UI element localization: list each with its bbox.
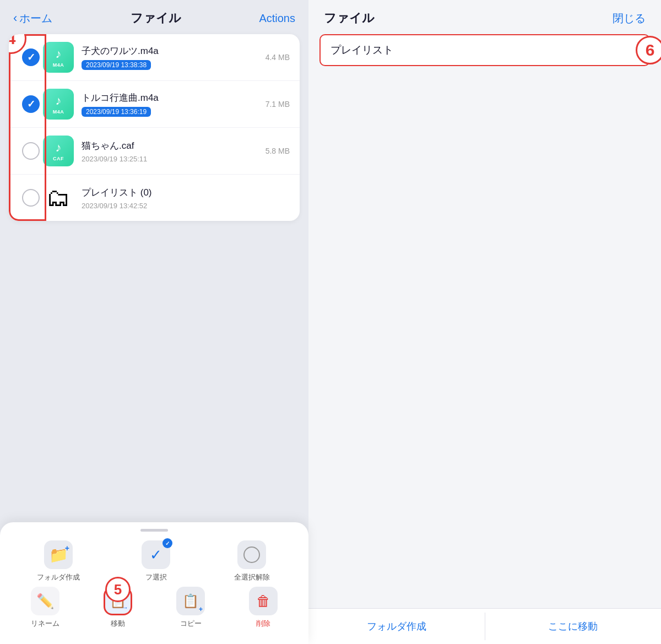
toolbar-row-2: ✏️ リネーム 5 📋 → 移動 📋 + [0, 587, 308, 629]
left-header: ‹ ホーム ファイル Actions [0, 0, 308, 34]
right-title: ファイル [324, 10, 375, 26]
move-label: 移動 [111, 619, 125, 629]
file-meta-1: 2023/09/19 13:38:38 [82, 60, 266, 70]
deselect-all-label: 全選択解除 [234, 572, 270, 582]
file-date-badge-2: 2023/09/19 13:36:19 [82, 107, 151, 117]
delete-label: 削除 [256, 619, 270, 629]
file-type-label: CAF [53, 156, 64, 161]
right-panel: ファイル 閉じる プレイリスト 6 フォルダ作成 ここに移動 [308, 0, 661, 644]
trash-icon: 🗑 [256, 593, 270, 610]
file-name-3: 猫ちゃん.caf [82, 139, 266, 152]
file-info-3: 猫ちゃん.caf 2023/09/19 13:25:11 [82, 139, 266, 163]
file-size-1: 4.4 MB [266, 53, 290, 62]
playlist-input-text: プレイリスト [330, 43, 393, 57]
close-button[interactable]: 閉じる [613, 11, 646, 26]
step-badge-6: 6 [636, 36, 661, 64]
create-folder-icon-box: 📁 + [44, 540, 73, 569]
right-header: ファイル 閉じる [308, 0, 661, 34]
file-info-2: トルコ行進曲.m4a 2023/09/19 13:36:19 [82, 91, 266, 117]
bottom-sheet: 📁 + フォルダ作成 ✓ ✓ フ選択 全選択解除 [0, 522, 308, 644]
file-date-plain-4: 2023/09/19 13:42:52 [82, 202, 147, 210]
arrow-icon: → [122, 604, 128, 611]
right-content: プレイリスト 6 [308, 34, 661, 608]
file-info-4: プレイリスト (0) 2023/09/19 13:42:52 [82, 186, 290, 210]
checkbox-1[interactable] [19, 48, 43, 66]
unchecked-icon[interactable] [22, 189, 40, 207]
back-button[interactable]: ‹ ホーム [13, 11, 52, 26]
music-note-icon: ♪ [56, 94, 62, 108]
toolbar-delete[interactable]: 🗑 削除 [243, 587, 283, 629]
toolbar-create-folder[interactable]: 📁 + フォルダ作成 [37, 540, 80, 582]
music-note-icon: ♪ [56, 47, 62, 61]
circle-icon [243, 546, 260, 563]
file-type-label: M4A [53, 62, 64, 68]
toolbar-select-all[interactable]: ✓ ✓ フ選択 [136, 540, 176, 582]
toolbar-move[interactable]: 5 📋 → 移動 [98, 587, 138, 629]
file-meta-4: 2023/09/19 13:42:52 [82, 202, 290, 210]
toolbar-row-1: 📁 + フォルダ作成 ✓ ✓ フ選択 全選択解除 [0, 540, 308, 582]
file-icon-caf: ♪ CAF [43, 136, 74, 166]
copy-icon-box: 📋 + [176, 587, 205, 615]
right-footer: フォルダ作成 ここに移動 [308, 608, 661, 644]
file-size-2: 7.1 MB [266, 100, 290, 109]
unchecked-icon[interactable] [22, 142, 40, 160]
checkmark-icon: ✓ [150, 546, 162, 564]
select-all-icon-box: ✓ ✓ [142, 540, 170, 569]
rename-label: リネーム [31, 619, 59, 629]
sheet-handle [140, 529, 168, 532]
file-type-label: M4A [53, 109, 64, 115]
toolbar-rename[interactable]: ✏️ リネーム [25, 587, 65, 629]
checked-icon[interactable] [22, 95, 40, 113]
move-here-button[interactable]: ここに移動 [485, 609, 662, 644]
toolbar-copy[interactable]: 📋 + コピー [171, 587, 210, 629]
left-title: ファイル [131, 10, 181, 26]
file-icon-m4a-1: ♪ M4A [43, 42, 74, 73]
copy-icon: 📋 [182, 593, 199, 609]
deselect-all-icon-box [237, 540, 266, 569]
plus-icon: + [65, 544, 69, 553]
create-folder-button[interactable]: フォルダ作成 [308, 609, 485, 644]
music-note-icon: ♪ [56, 140, 62, 155]
file-list: 4 ♪ M4A 子犬のワルツ.m4a 2023/09/19 13:38:38 4… [9, 34, 300, 221]
checked-icon[interactable] [22, 48, 40, 66]
left-panel: ‹ ホーム ファイル Actions 4 ♪ M4A 子犬のワルツ.m4a 20… [0, 0, 308, 644]
playlist-input-container: プレイリスト 6 [319, 34, 650, 66]
check-badge: ✓ [162, 538, 172, 548]
file-icon-m4a-2: ♪ M4A [43, 89, 74, 120]
file-date-badge-1: 2023/09/19 13:38:38 [82, 60, 151, 70]
back-label: ホーム [19, 11, 52, 26]
file-size-3: 5.8 MB [266, 147, 290, 155]
file-meta-3: 2023/09/19 13:25:11 [82, 155, 266, 163]
file-date-plain-3: 2023/09/19 13:25:11 [82, 155, 147, 163]
delete-icon-box: 🗑 [249, 587, 278, 615]
copy-label: コピー [180, 619, 202, 629]
plus-copy-icon: + [199, 605, 203, 613]
folder-icon: 🗂 [43, 182, 74, 213]
file-item[interactable]: ♪ M4A トルコ行進曲.m4a 2023/09/19 13:36:19 7.1… [9, 81, 300, 128]
rename-icon: ✏️ [36, 593, 54, 610]
file-info-1: 子犬のワルツ.m4a 2023/09/19 13:38:38 [82, 45, 266, 70]
file-name-4: プレイリスト (0) [82, 186, 290, 199]
checkbox-4[interactable] [19, 189, 43, 207]
create-folder-label: フォルダ作成 [37, 572, 80, 582]
select-all-label: フ選択 [145, 572, 167, 582]
actions-button[interactable]: Actions [259, 12, 295, 25]
chevron-left-icon: ‹ [13, 11, 17, 25]
step-badge-5: 5 [105, 577, 131, 602]
file-name-1: 子犬のワルツ.m4a [82, 45, 266, 57]
playlist-input[interactable]: プレイリスト 6 [319, 34, 650, 66]
checkbox-3[interactable] [19, 142, 43, 160]
rename-icon-box: ✏️ [31, 587, 59, 615]
file-name-2: トルコ行進曲.m4a [82, 91, 266, 104]
checkbox-2[interactable] [19, 95, 43, 113]
toolbar-deselect-all[interactable]: 全選択解除 [232, 540, 272, 582]
file-meta-2: 2023/09/19 13:36:19 [82, 107, 266, 117]
folder-icon-svg: 🗂 [46, 184, 71, 212]
file-item[interactable]: 🗂 プレイリスト (0) 2023/09/19 13:42:52 [9, 175, 300, 221]
file-item[interactable]: ♪ M4A 子犬のワルツ.m4a 2023/09/19 13:38:38 4.4… [9, 34, 300, 81]
file-item[interactable]: ♪ CAF 猫ちゃん.caf 2023/09/19 13:25:11 5.8 M… [9, 128, 300, 175]
